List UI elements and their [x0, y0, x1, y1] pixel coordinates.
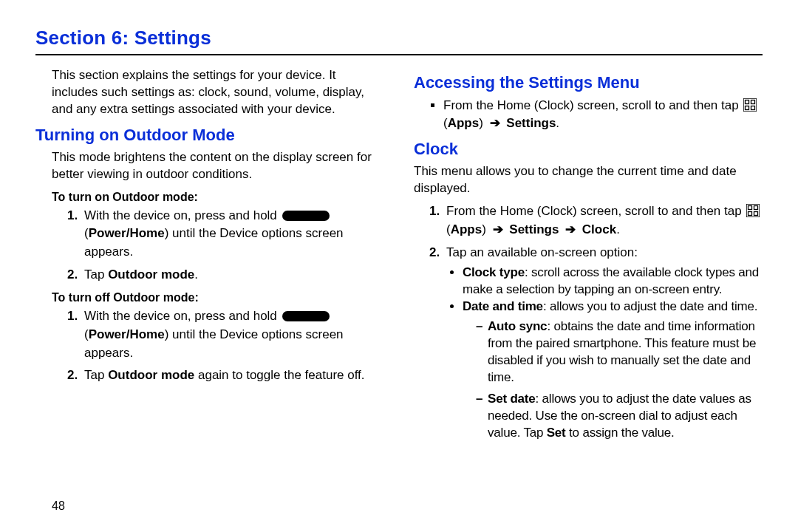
left-column: This section explains the settings for y…: [35, 66, 384, 446]
heading-clock: Clock: [414, 140, 763, 159]
clock-steps: From the Home (Clock) screen, scroll to …: [429, 202, 763, 441]
option-set-date: Set date: [488, 392, 536, 406]
clock-label: Clock: [582, 222, 616, 236]
heading-outdoor-mode: Turning on Outdoor Mode: [35, 126, 384, 145]
option-text: to assign the value.: [566, 426, 675, 440]
step-text: From the Home (Clock) screen, scroll to …: [443, 98, 742, 112]
step-text: From the Home (Clock) screen, scroll to …: [446, 204, 745, 218]
outdoor-description: This mode brightens the content on the d…: [52, 149, 384, 183]
list-item: Set date: allows you to adjust the date …: [476, 391, 763, 442]
outdoor-mode-label: Outdoor mode: [108, 368, 194, 382]
manual-page: Section 6: Settings This section explain…: [0, 0, 798, 532]
subhead-turn-on: To turn on Outdoor mode:: [52, 191, 384, 204]
power-home-key-icon: [282, 311, 330, 321]
step-text: With the device on, press and hold: [84, 309, 281, 323]
subhead-turn-off: To turn off Outdoor mode:: [52, 291, 384, 304]
intro-text: This section explains the settings for y…: [52, 67, 384, 118]
list-item: Clock type: scroll across the available …: [463, 265, 763, 299]
paren-close: ): [482, 222, 489, 236]
set-label: Set: [547, 426, 566, 440]
section-title: Section 6: Settings: [35, 27, 763, 50]
option-text: : allows you to adjust the date and time…: [543, 299, 757, 313]
turn-off-steps: With the device on, press and hold (Powe…: [66, 307, 384, 385]
power-home-label: Power/Home: [89, 226, 165, 240]
list-item: Tap Outdoor mode again to toggle the fea…: [81, 366, 384, 385]
list-item: With the device on, press and hold (Powe…: [81, 207, 384, 262]
apps-label: Apps: [451, 222, 482, 236]
arrow-icon: ➔: [565, 221, 576, 239]
step-text: .: [194, 267, 198, 282]
list-item: From the Home (Clock) screen, scroll to …: [443, 202, 763, 239]
list-item: Tap an available on-screen option: Clock…: [443, 244, 763, 442]
clock-description: This menu allows you to change the curre…: [414, 163, 763, 197]
step-text: again to toggle the feature off.: [194, 368, 364, 382]
date-time-suboptions: Auto sync: obtains the date and time inf…: [463, 318, 763, 442]
heading-accessing-settings: Accessing the Settings Menu: [414, 73, 763, 92]
step-text: Tap: [84, 368, 108, 382]
apps-grid-icon: [746, 204, 760, 217]
option-clock-type: Clock type: [463, 265, 525, 279]
page-number: 48: [52, 499, 65, 513]
step-text: With the device on, press and hold: [84, 208, 281, 222]
settings-label: Settings: [509, 222, 559, 236]
access-steps: From the Home (Clock) screen, scroll to …: [430, 97, 763, 132]
clock-options: Clock type: scroll across the available …: [446, 265, 763, 441]
list-item: Tap Outdoor mode.: [81, 266, 384, 284]
apps-grid-icon: [743, 98, 757, 112]
period: .: [556, 116, 559, 130]
settings-label: Settings: [506, 116, 556, 130]
option-auto-sync: Auto sync: [488, 319, 547, 333]
arrow-icon: ➔: [493, 221, 503, 239]
arrow-icon: ➔: [490, 115, 500, 132]
step-text: Tap an available on-screen option:: [446, 245, 638, 259]
list-item: With the device on, press and hold (Powe…: [81, 307, 384, 362]
section-rule: [35, 54, 763, 55]
step-text: Tap: [84, 267, 108, 282]
right-column: Accessing the Settings Menu From the Hom…: [414, 66, 763, 446]
turn-on-steps: With the device on, press and hold (Powe…: [66, 207, 384, 284]
list-item: From the Home (Clock) screen, scroll to …: [443, 97, 763, 132]
power-home-key-icon: [282, 211, 330, 221]
list-item: Date and time: allows you to adjust the …: [463, 299, 763, 442]
apps-label: Apps: [448, 116, 480, 130]
content-columns: This section explains the settings for y…: [35, 66, 763, 446]
outdoor-mode-label: Outdoor mode: [108, 267, 194, 282]
power-home-label: Power/Home: [89, 327, 165, 341]
paren-close: ): [479, 116, 486, 130]
period: .: [616, 222, 620, 236]
list-item: Auto sync: obtains the date and time inf…: [476, 318, 763, 386]
option-date-time: Date and time: [463, 299, 543, 313]
